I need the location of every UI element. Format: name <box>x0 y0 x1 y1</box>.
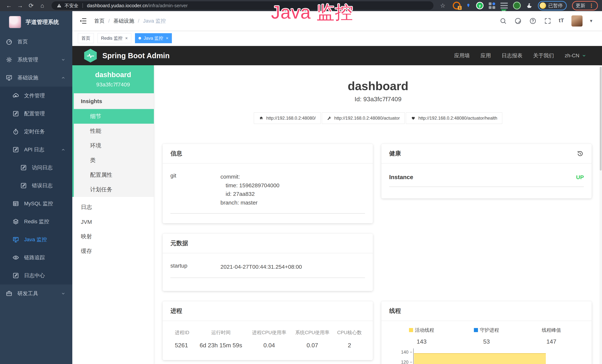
navbar-actions: tT ▾ <box>499 15 592 27</box>
endpoint-link-button[interactable]: http://192.168.0.2:48080/actuator/health <box>406 112 502 124</box>
gauge-icon <box>6 38 13 45</box>
sidebar-item[interactable]: 访问日志 <box>0 159 72 177</box>
info-card: 信息 git commit:time: 1596289704000id: 27a… <box>163 144 373 223</box>
sidebar-item[interactable]: 系统管理 <box>0 51 72 69</box>
user-avatar[interactable] <box>571 15 582 27</box>
sidebar-item[interactable]: Redis 监控 <box>0 213 72 230</box>
sidebar-item-label: 基础设施 <box>17 74 38 81</box>
instance-menu-item[interactable]: 映射 <box>72 229 154 244</box>
font-size-icon[interactable]: tT <box>559 17 564 25</box>
content: dashboard 93a3fc7f7409 Insights 细节性能环境类配… <box>72 65 602 364</box>
instance-menu-item[interactable]: 日志 <box>72 200 154 214</box>
process-column-header: 运行时间 <box>194 329 247 342</box>
endpoint-link-button[interactable]: http://192.168.0.2:48080/actuator <box>322 112 405 124</box>
insights-item[interactable]: 计划任务 <box>74 182 154 197</box>
edit-square-icon <box>20 182 27 189</box>
list-rows-extension-icon[interactable]: on <box>500 3 508 9</box>
sba-nav-item[interactable]: 关于我们 <box>533 52 554 59</box>
browser-home-icon[interactable]: ⌂ <box>37 2 47 9</box>
legend-value: 53 <box>454 338 519 345</box>
user-menu-caret-icon[interactable]: ▾ <box>590 18 592 24</box>
sidebar-item-label: 研发工具 <box>17 290 38 297</box>
insights-item[interactable]: 性能 <box>74 124 154 138</box>
sba-locale[interactable]: zh-CN <box>565 53 587 59</box>
y-circle-extension-icon[interactable]: y <box>476 2 484 9</box>
sidebar-item[interactable]: Java 监控 <box>0 230 72 248</box>
main-scrollbar[interactable] <box>599 65 602 364</box>
insights-item[interactable]: 配置属性 <box>74 168 154 182</box>
sba-locale-label: zh-CN <box>565 53 579 59</box>
sidebar-item-label: 首页 <box>17 38 28 45</box>
breadcrumb-item[interactable]: 基础设施 <box>113 17 134 24</box>
threads-card-header: 线程 <box>381 301 592 321</box>
tag-item[interactable]: 首页 <box>78 33 94 43</box>
sidebar-item[interactable]: 首页 <box>0 33 72 51</box>
sba-nav-item[interactable]: 日志报表 <box>502 52 522 59</box>
sidebar-item-label: 文件管理 <box>24 92 45 99</box>
brand-logo <box>9 16 21 28</box>
help-icon[interactable] <box>529 17 537 25</box>
sidebar-item[interactable]: 定时任务 <box>0 123 72 140</box>
sidebar-item[interactable]: 链路追踪 <box>0 248 72 267</box>
url-path: /infra/admin-server <box>148 3 188 9</box>
sba-nav-item[interactable]: 应用 <box>481 52 491 59</box>
sidebar-item[interactable]: 文件管理 <box>0 86 72 105</box>
legend-value: 147 <box>519 338 584 345</box>
heart-filled-icon <box>411 116 416 120</box>
leaf-ring-extension-icon[interactable] <box>513 2 521 10</box>
security-label: 不安全 <box>64 3 78 9</box>
bookmark-star-icon[interactable]: ☆ <box>438 2 448 9</box>
tag-close-icon[interactable]: × <box>166 36 168 41</box>
breadcrumb-item[interactable]: 首页 <box>94 17 105 24</box>
fullscreen-icon[interactable] <box>544 17 551 25</box>
browser-menu-icon[interactable]: ⋮ <box>589 2 594 9</box>
sba-logo-icon <box>84 49 97 63</box>
paused-chip[interactable]: 已暂停 <box>538 1 567 11</box>
insights-item[interactable]: 细节 <box>72 109 154 124</box>
puzzle-extension-icon[interactable] <box>526 2 533 9</box>
sidebar-item-label: Java 监控 <box>24 236 47 243</box>
info-line: branch: master <box>220 198 280 207</box>
github-icon[interactable] <box>514 17 522 25</box>
edit-square-icon <box>12 272 19 279</box>
endpoint-link-button[interactable]: http://192.168.0.2:48080/ <box>254 112 321 124</box>
update-chip[interactable]: 更新 ⋮ <box>572 1 598 11</box>
c-ring-extension-icon[interactable]: 1 <box>453 2 461 10</box>
tag-active[interactable]: Java 监控× <box>135 33 172 43</box>
instance-menu-item[interactable]: 缓存 <box>72 244 154 258</box>
browser-reload-icon[interactable]: ⟳ <box>26 2 36 9</box>
instance-menu-item[interactable]: JVM <box>72 214 154 229</box>
emoji-face-icon <box>540 2 546 9</box>
insights-item[interactable]: 环境 <box>74 138 154 153</box>
insights-item[interactable]: 类 <box>74 153 154 168</box>
admin-sidebar: 芋道管理系统 首页系统管理基础设施文件管理配置管理定时任务API 日志访问日志错… <box>0 11 72 364</box>
sidebar-item[interactable]: MySQL 监控 <box>0 194 72 213</box>
process-value: 2 <box>334 342 365 349</box>
collapse-menu-icon[interactable] <box>79 17 87 25</box>
main-scrollbar-thumb[interactable] <box>600 67 602 171</box>
sidebar-item[interactable]: 日志中心 <box>0 267 72 284</box>
sidebar-item-label: 访问日志 <box>32 164 53 171</box>
instance-name: dashboard <box>72 71 154 79</box>
tag-item[interactable]: Redis 监控× <box>97 33 131 43</box>
table-grid-icon <box>12 200 19 207</box>
history-icon[interactable] <box>576 150 584 157</box>
search-icon[interactable] <box>499 17 507 25</box>
sidebar-item[interactable]: 基础设施 <box>0 69 72 86</box>
endpoint-links: http://192.168.0.2:48080/http://192.168.… <box>154 112 602 124</box>
browser-forward-icon[interactable]: → <box>15 2 25 9</box>
sidebar-item[interactable]: 错误日志 <box>0 177 72 194</box>
breadcrumb-item: Java 监控 <box>143 17 166 24</box>
tag-close-icon[interactable]: × <box>125 36 128 41</box>
sidebar-item[interactable]: 配置管理 <box>0 105 72 123</box>
sba-nav-item[interactable]: 应用墙 <box>454 52 470 59</box>
sidebar-item[interactable]: 研发工具 <box>0 284 72 302</box>
browser-back-icon[interactable]: ← <box>4 2 14 9</box>
pin-extension-icon[interactable] <box>466 2 471 9</box>
breadcrumb: 首页/基础设施/Java 监控 <box>94 17 166 24</box>
address-bar[interactable]: 不安全 dashboard.yudao.iocoder.cn /infra/ad… <box>52 1 433 10</box>
grid-dots-extension-icon[interactable] <box>489 2 495 9</box>
extension-icons: 1yon <box>453 2 533 10</box>
threads-card-body: 活动线程守护进程线程峰值 14353147 140120100 <box>381 321 592 364</box>
sidebar-item[interactable]: API 日志 <box>0 140 72 159</box>
